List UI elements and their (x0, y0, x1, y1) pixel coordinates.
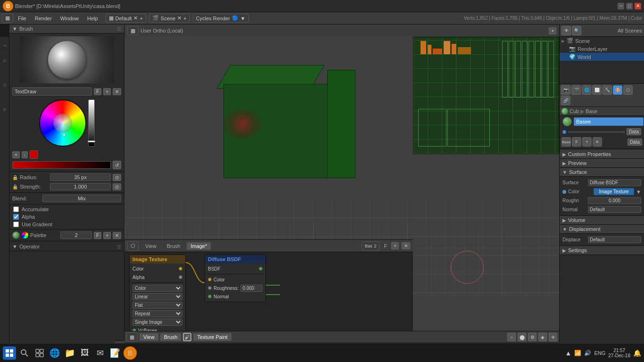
brush-name-input[interactable] (12, 87, 92, 96)
surface-roughn-value[interactable]: 0.000 (588, 197, 641, 204)
menu-file[interactable]: File (14, 14, 30, 23)
editor-type-switcher[interactable]: ▦ (2, 14, 13, 23)
task-view-btn[interactable] (33, 346, 46, 360)
palette-remove-btn[interactable]: ✕ (113, 232, 121, 239)
displacement-section-header[interactable]: ▼ Displacement (560, 225, 644, 234)
color-wheel[interactable] (39, 99, 86, 147)
props-material-icon-btn[interactable]: 🎨 (613, 85, 622, 95)
vbt-editor-switcher[interactable]: ▦ (126, 332, 138, 342)
remove-swatch-button[interactable]: - (22, 151, 28, 158)
file-explorer-taskbar-icon[interactable]: 📁 (63, 346, 76, 360)
ie-taskbar-icon[interactable]: 🌐 (48, 346, 61, 360)
vbt-settings-btn[interactable]: ⚙ (528, 333, 537, 341)
viewport-editor-switcher[interactable]: ▦ (127, 26, 139, 35)
palette-plus-btn[interactable]: + (103, 232, 111, 239)
it-color-select[interactable]: Color (132, 285, 182, 292)
vbt-shading-btn2[interactable]: ⬤ (518, 333, 526, 341)
vbt-shading-btn1[interactable]: ○ (507, 333, 516, 341)
db-roughness-field[interactable]: 0.000 (240, 285, 263, 292)
mat-f-btn[interactable]: F (572, 137, 581, 147)
props-scene-icon-btn[interactable]: 🎬 (571, 85, 581, 95)
viewport-add-btn[interactable]: + (549, 27, 556, 34)
rp-view-btn[interactable]: 👁 (561, 26, 571, 35)
menu-window[interactable]: Window (57, 14, 83, 23)
props-constraint-icon-btn[interactable]: 🔗 (561, 96, 570, 105)
palette-count-field[interactable]: 2 (60, 231, 92, 239)
alpha-checkbox[interactable] (13, 214, 19, 220)
vbt-view-tab[interactable]: View (140, 333, 158, 341)
node-tab-image[interactable]: Image* (187, 242, 211, 250)
render-engine-switcher[interactable]: Cycles Render 🔵 ▼ (193, 14, 249, 23)
props-object-icon-btn[interactable]: ⬜ (592, 85, 602, 95)
palette-f-btn[interactable]: F (94, 232, 101, 239)
mail-taskbar-icon[interactable]: ✉ (93, 346, 107, 360)
settings-section[interactable]: ▶ Settings (560, 246, 644, 255)
preview-section[interactable]: ▶ Preview (560, 159, 644, 168)
scene-switcher[interactable]: 🎬 Scene ✕ + (149, 14, 190, 23)
props-data-icon-btn[interactable]: ⬡ (623, 85, 633, 95)
mat-plus-btn[interactable]: + (582, 137, 592, 147)
surface-surface-dropdown[interactable]: Diffuse BSDF (588, 179, 641, 186)
blend-field[interactable]: Mix (42, 195, 121, 202)
active-color-swatch[interactable] (30, 150, 38, 159)
vbt-mode-label[interactable]: Texture Paint (193, 333, 231, 341)
menu-render[interactable]: Render (31, 14, 56, 23)
node-tab-brush[interactable]: Brush (163, 242, 184, 250)
mat-base-btn[interactable]: Base (561, 137, 571, 147)
node-add-btn[interactable]: + (391, 242, 399, 249)
close-button[interactable]: ✕ (635, 3, 641, 9)
accumulate-checkbox[interactable] (13, 206, 19, 212)
custom-properties-section[interactable]: ▶ Custom Properties (560, 150, 644, 159)
node-material-switcher[interactable]: Bas 2 (362, 241, 380, 251)
brush-remove-button[interactable]: ✕ (113, 88, 121, 95)
vbt-gizmo-btn[interactable]: ✛ (549, 333, 557, 341)
node-tab-view[interactable]: View (141, 242, 160, 250)
use-gradient-checkbox[interactable] (13, 222, 19, 227)
outliner-renderlayer-item[interactable]: 📷 RenderLayer (560, 45, 644, 53)
it-singleimage-select[interactable]: Single Image (132, 319, 182, 326)
breadcrumb-cub[interactable]: Cub (570, 108, 579, 114)
node-remove-btn[interactable]: ✕ (402, 242, 410, 249)
breadcrumb-base[interactable]: Base (586, 108, 597, 114)
brush-add-button[interactable]: + (103, 88, 111, 95)
maximize-button[interactable]: □ (626, 3, 633, 9)
workspace-switcher[interactable]: ▦ Default ✕ + (106, 14, 146, 23)
minimize-button[interactable]: ─ (618, 3, 624, 9)
uv-image-area[interactable] (413, 37, 559, 154)
vbt-brush-tab[interactable]: Brush (160, 333, 182, 341)
surface-normal-dropdown[interactable]: Default (588, 206, 641, 213)
search-taskbar-btn[interactable] (18, 346, 31, 360)
surface-section-header[interactable]: ▼ Surface (560, 168, 644, 177)
rp-search-btn[interactable]: 🔍 (572, 26, 581, 35)
windows-start-btn[interactable] (3, 346, 16, 360)
outliner-scene-item[interactable]: ▶ 🎬 Scene (560, 37, 644, 45)
blender-taskbar-icon[interactable]: B (124, 346, 137, 360)
it-flat-select[interactable]: Flat (132, 302, 182, 309)
radius-field[interactable]: 35 px (50, 173, 111, 181)
color-gradient-bar[interactable] (12, 161, 111, 169)
outliner-world-item[interactable]: 🌍 World (560, 53, 644, 61)
word-taskbar-icon[interactable]: 📝 (108, 346, 122, 360)
notification-icon[interactable]: 🔔 (633, 349, 641, 357)
photos-taskbar-icon[interactable]: 🖼 (78, 346, 91, 360)
brush-f-button[interactable]: F (94, 88, 101, 95)
value-slider[interactable] (88, 99, 95, 147)
props-world-icon-btn[interactable]: 🌐 (582, 85, 591, 95)
strength-pressure-btn[interactable]: ⊙ (113, 183, 121, 190)
props-modifier-icon-btn[interactable]: 🔧 (603, 85, 612, 95)
radius-pressure-btn[interactable]: ⊙ (113, 174, 121, 181)
mat-data-btn[interactable]: Data (627, 139, 642, 146)
material-name-field[interactable] (574, 117, 644, 126)
displace-dropdown[interactable]: Default (588, 236, 641, 243)
props-render-icon-btn[interactable]: 📷 (561, 85, 570, 95)
node-editor-switcher[interactable]: ⬡ (127, 241, 139, 251)
data-btn[interactable]: Data (627, 128, 641, 135)
add-swatch-button[interactable]: + (12, 151, 20, 158)
vbt-paint-mode-icon[interactable]: 🖌 (183, 333, 191, 341)
menu-help[interactable]: Help (83, 14, 102, 23)
color-reset-button[interactable]: ↺ (113, 161, 121, 169)
it-repeat-select[interactable]: Repeat (132, 310, 182, 317)
it-linear-select[interactable]: Linear (132, 293, 182, 300)
vbt-overlay-btn[interactable]: ◈ (538, 333, 547, 341)
node-canvas[interactable]: Image Texture Color Alpha (124, 252, 413, 343)
